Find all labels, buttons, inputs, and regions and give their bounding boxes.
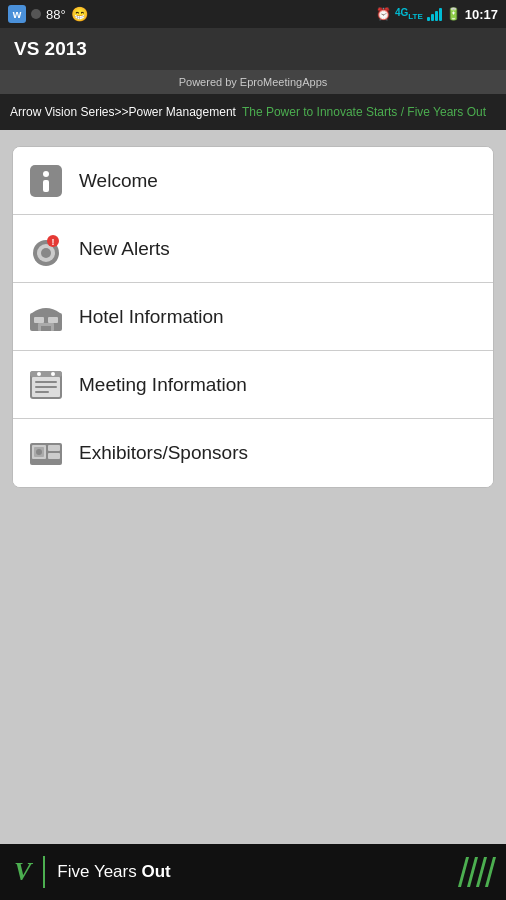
footer-text-bold: Out <box>141 862 170 881</box>
footer-logo: V <box>14 857 31 887</box>
footer-divider <box>43 856 45 888</box>
svg-rect-16 <box>35 386 57 388</box>
menu-list: Welcome ! New Alerts <box>12 146 494 488</box>
app-title-bar: VS 2013 <box>0 28 506 70</box>
alarm-icon: ⏰ <box>376 7 391 21</box>
hotel-icon <box>27 298 65 336</box>
marquee-text: The Power to Innovate Starts / Five Year… <box>242 105 486 119</box>
wordmark-icon: w <box>8 5 26 23</box>
menu-item-hotel-information[interactable]: Hotel Information <box>13 283 493 351</box>
svg-point-1 <box>43 171 49 177</box>
powered-by-bar: Powered by EproMeetingApps <box>0 70 506 94</box>
info-icon <box>27 162 65 200</box>
svg-point-19 <box>37 372 41 376</box>
svg-rect-12 <box>41 326 51 331</box>
meeting-icon <box>27 366 65 404</box>
lte-label: 4GLTE <box>395 7 423 21</box>
signal-strength <box>427 7 442 21</box>
android-icon: 😁 <box>71 6 88 22</box>
powered-by-text: Powered by EproMeetingApps <box>179 76 328 88</box>
new-alerts-label: New Alerts <box>79 238 170 260</box>
svg-point-26 <box>36 449 42 455</box>
svg-rect-2 <box>43 180 49 192</box>
status-dot <box>31 9 41 19</box>
svg-point-20 <box>51 372 55 376</box>
slash-4 <box>485 857 496 887</box>
menu-item-welcome[interactable]: Welcome <box>13 147 493 215</box>
footer-text-normal: Five Years <box>57 862 141 881</box>
menu-item-meeting-information[interactable]: Meeting Information <box>13 351 493 419</box>
meeting-information-label: Meeting Information <box>79 374 247 396</box>
svg-rect-17 <box>35 391 49 393</box>
battery-icon: 🔋 <box>446 7 461 21</box>
menu-item-new-alerts[interactable]: ! New Alerts <box>13 215 493 283</box>
temperature: 88° <box>46 7 66 22</box>
exhibitors-sponsors-label: Exhibitors/Sponsors <box>79 442 248 464</box>
svg-rect-15 <box>35 381 57 383</box>
svg-rect-24 <box>48 453 60 459</box>
time: 10:17 <box>465 7 498 22</box>
menu-item-exhibitors-sponsors[interactable]: Exhibitors/Sponsors <box>13 419 493 487</box>
app-title: VS 2013 <box>14 38 87 60</box>
svg-rect-9 <box>34 317 44 323</box>
svg-rect-23 <box>48 445 60 451</box>
exhibitors-icon <box>27 434 65 472</box>
svg-rect-18 <box>30 371 62 377</box>
svg-point-5 <box>41 248 51 258</box>
footer: V Five Years Out <box>0 844 506 900</box>
breadcrumb: Arrow Vision Series>>Power Management <box>10 105 236 119</box>
footer-slashes <box>462 857 492 887</box>
main-content: Welcome ! New Alerts <box>0 130 506 504</box>
status-bar: w 88° 😁 ⏰ 4GLTE 🔋 10:17 <box>0 0 506 28</box>
svg-text:!: ! <box>52 237 55 247</box>
welcome-label: Welcome <box>79 170 158 192</box>
spacer <box>0 504 506 844</box>
svg-rect-10 <box>48 317 58 323</box>
hotel-information-label: Hotel Information <box>79 306 224 328</box>
alert-icon: ! <box>27 230 65 268</box>
nav-bar: Arrow Vision Series>>Power Management Th… <box>0 94 506 130</box>
footer-text: Five Years Out <box>57 862 170 882</box>
